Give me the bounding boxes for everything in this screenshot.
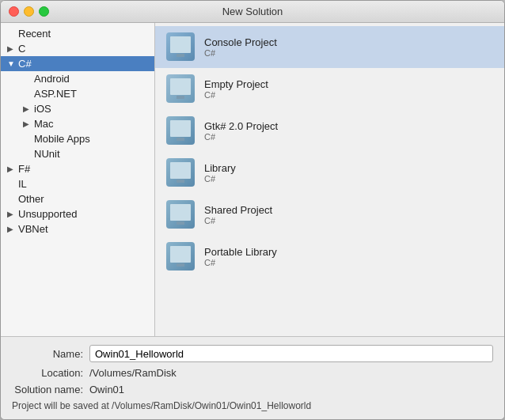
- gtk-icon: [165, 115, 196, 146]
- project-item-gtk[interactable]: Gtk# 2.0 ProjectC#: [155, 110, 504, 152]
- arrow-icon: [23, 74, 32, 84]
- empty-info: Empty ProjectC#: [204, 78, 268, 100]
- shared-icon: [165, 199, 196, 230]
- sidebar-item-recent[interactable]: Recent: [1, 26, 154, 41]
- library-info: LibraryC#: [204, 162, 236, 184]
- console-lang: C#: [204, 48, 277, 58]
- minimize-button[interactable]: [24, 6, 34, 17]
- sidebar-item-aspnet[interactable]: ASP.NET: [1, 86, 154, 101]
- solution-label: Solution name:: [12, 384, 83, 395]
- portable-name: Portable Library: [204, 246, 277, 258]
- portable-icon: [165, 240, 196, 272]
- console-info: Console ProjectC#: [204, 36, 277, 58]
- sidebar-item-label: F#: [18, 163, 30, 175]
- location-row: Location: /Volumes/RamDisk: [12, 367, 493, 379]
- arrow-icon: [7, 165, 17, 174]
- name-label: Name:: [12, 348, 83, 360]
- sidebar-item-label: NUnit: [34, 148, 60, 160]
- name-input[interactable]: [89, 345, 493, 362]
- location-label: Location:: [12, 367, 83, 379]
- arrow-icon: [7, 210, 17, 219]
- sidebar-item-other[interactable]: Other: [1, 191, 154, 206]
- portable-lang: C#: [204, 258, 277, 267]
- window-title: New Solution: [222, 6, 283, 17]
- solution-row: Solution name: Owin01: [12, 384, 493, 395]
- sidebar-item-label: C: [18, 43, 25, 55]
- empty-name: Empty Project: [204, 78, 268, 90]
- close-button[interactable]: [9, 6, 19, 17]
- console-name: Console Project: [204, 36, 277, 48]
- sidebar-item-il[interactable]: IL: [1, 176, 154, 191]
- project-list: Console ProjectC#Empty ProjectC#Gtk# 2.0…: [155, 23, 504, 336]
- content-area: RecentCC#AndroidASP.NETiOSMacMobile Apps…: [1, 23, 504, 419]
- save-path-note: Project will be saved at /Volumes/RamDis…: [12, 400, 493, 411]
- library-icon: [165, 157, 196, 188]
- sidebar-item-nunit[interactable]: NUnit: [1, 146, 154, 161]
- window-controls: [9, 6, 49, 17]
- sidebar-item-label: ASP.NET: [34, 88, 77, 100]
- arrow-icon: [7, 59, 17, 69]
- sidebar-item-vbnet[interactable]: VBNet: [1, 221, 154, 236]
- gtk-info: Gtk# 2.0 ProjectC#: [204, 120, 278, 142]
- project-item-console[interactable]: Console ProjectC#: [155, 26, 504, 68]
- shared-lang: C#: [204, 216, 272, 225]
- arrow-icon: [7, 195, 17, 204]
- portable-info: Portable LibraryC#: [204, 246, 277, 267]
- sidebar: RecentCC#AndroidASP.NETiOSMacMobile Apps…: [1, 23, 155, 336]
- sidebar-item-label: Mobile Apps: [34, 133, 90, 145]
- library-lang: C#: [204, 174, 236, 184]
- sidebar-item-label: Unsupported: [18, 208, 77, 220]
- sidebar-item-label: Other: [18, 193, 44, 205]
- arrow-icon: [23, 149, 32, 159]
- arrow-icon: [7, 44, 17, 54]
- sidebar-item-unsupported[interactable]: Unsupported: [1, 206, 154, 221]
- empty-lang: C#: [204, 90, 268, 100]
- project-item-shared[interactable]: Shared ProjectC#: [155, 194, 504, 236]
- sidebar-item-label: C#: [18, 58, 32, 70]
- sidebar-item-fsharp[interactable]: F#: [1, 161, 154, 176]
- sidebar-item-mac[interactable]: Mac: [1, 116, 154, 131]
- name-row: Name:: [12, 345, 493, 362]
- sidebar-item-label: Recent: [18, 28, 51, 40]
- arrow-icon: [23, 134, 32, 144]
- maximize-button[interactable]: [39, 6, 49, 17]
- arrow-icon: [7, 29, 17, 39]
- sidebar-item-label: VBNet: [18, 223, 48, 235]
- console-icon: [165, 31, 196, 62]
- sidebar-item-label: IL: [18, 178, 27, 190]
- sidebar-item-csharp[interactable]: C#: [1, 56, 154, 71]
- sidebar-item-label: Mac: [34, 118, 54, 130]
- main-panels: RecentCC#AndroidASP.NETiOSMacMobile Apps…: [1, 23, 504, 336]
- sidebar-item-label: iOS: [34, 103, 51, 115]
- shared-info: Shared ProjectC#: [204, 204, 272, 225]
- sidebar-item-c[interactable]: C: [1, 41, 154, 56]
- sidebar-item-label: Android: [34, 73, 70, 85]
- gtk-name: Gtk# 2.0 Project: [204, 120, 278, 132]
- project-item-library[interactable]: LibraryC#: [155, 152, 504, 194]
- arrow-icon: [7, 225, 17, 234]
- library-name: Library: [204, 162, 236, 174]
- new-solution-window: New Solution RecentCC#AndroidASP.NETiOSM…: [0, 0, 505, 420]
- gtk-lang: C#: [204, 132, 278, 142]
- arrow-icon: [7, 180, 17, 189]
- shared-name: Shared Project: [204, 204, 272, 216]
- project-item-portable[interactable]: Portable LibraryC#: [155, 236, 504, 278]
- solution-value: Owin01: [89, 384, 493, 395]
- location-value: /Volumes/RamDisk: [89, 367, 493, 379]
- arrow-icon: [23, 104, 32, 114]
- arrow-icon: [23, 89, 32, 99]
- arrow-icon: [23, 119, 32, 129]
- sidebar-item-ios[interactable]: iOS: [1, 101, 154, 116]
- titlebar: New Solution: [1, 1, 504, 23]
- empty-icon: [165, 73, 196, 104]
- sidebar-item-mobileapps[interactable]: Mobile Apps: [1, 131, 154, 146]
- project-item-empty[interactable]: Empty ProjectC#: [155, 68, 504, 110]
- bottom-form: Name: Location: /Volumes/RamDisk Solutio…: [1, 336, 504, 419]
- sidebar-item-android[interactable]: Android: [1, 71, 154, 86]
